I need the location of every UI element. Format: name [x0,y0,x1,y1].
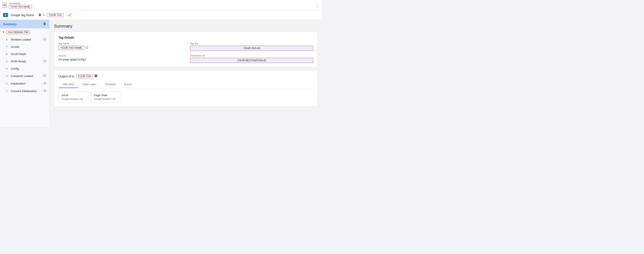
top-bar-left: ✕ Connected YOUR-TAG-NAME [2,2,32,8]
svg-rect-2 [70,13,71,16]
bar-chart-icon[interactable] [67,12,72,18]
svg-rect-0 [68,15,68,16]
sidebar-summary-item[interactable]: Summary [0,20,49,28]
main-layout: Summary ▼ Your-Website-Title 8 Window Lo… [0,20,322,127]
connected-group: Connected YOUR-TAG-NAME [9,2,32,8]
sidebar-event-list: 8 Window Loaded 7 Scrolls 6 Scroll Depth… [0,36,49,95]
svg-marker-4 [44,39,46,40]
top-bar: ✕ Connected YOUR-TAG-NAME ⋮ [0,0,322,10]
hit-card-page-view-title: Page View [94,94,118,97]
dom-ready-icon [43,60,46,63]
tag-name-value-box: YOUR-TAG-NAME [58,46,84,50]
tag-name-field: Tag Name YOUR-TAG-NAME [58,42,182,51]
sidebar-event-item[interactable]: 5 DOM Ready [0,58,49,65]
output-title-prefix: Output of G- [58,74,75,78]
sidebar-event-item[interactable]: 3 Container Loaded [0,72,49,80]
external-link-icon[interactable] [85,46,88,50]
tab-errors[interactable]: Errors [120,81,136,88]
sub-header-your-tag-badge: YOUR-TAG [47,13,64,17]
initialization-icon [43,82,46,86]
svg-marker-6 [44,60,46,62]
tab-consent[interactable]: Consent [101,81,120,88]
google-tag-found-label: Google tag found [10,13,34,17]
sidebar-event-item[interactable]: 8 Window Loaded [0,36,49,43]
sidebar-event-item[interactable]: 2 Initialization [0,80,49,87]
hits-grid: scroll Google Analytics Hit Page View Go… [58,91,313,103]
event-num-badge: 1 [3,13,8,17]
tag-name-label: Tag Name [58,42,182,45]
destination-id-value-box: YOUR-DESTINATION-ID [190,58,313,63]
consent-init-icon [43,89,46,93]
svg-marker-12 [44,90,46,92]
window-loaded-icon [43,38,46,42]
tab-data-layer[interactable]: Data Layer [78,81,101,88]
source-value: On-page gtag('config') [58,58,182,61]
svg-marker-8 [44,75,46,76]
website-title-badge: Your-Website-Title [6,30,30,34]
tag-details-grid: Tag Name YOUR-TAG-NAME Tag IDs [58,42,313,63]
sidebar-event-item[interactable]: 7 Scrolls [0,43,49,50]
svg-rect-1 [69,14,70,16]
sidebar-event-item[interactable]: 1 Consent Initialization [0,87,49,95]
sidebar-delete-icon[interactable] [43,22,46,26]
tag-ids-field: Tag IDs YOUR-TAG-ID [190,42,313,51]
tag-details-card: Tag Details Tag Name YOUR-TAG-NAME [54,32,318,67]
tag-id-value-box: YOUR-TAG-ID [190,46,313,51]
hit-card-page-view[interactable]: Page View Google Analytics Hit [91,91,121,103]
output-card: Output of G- YOUR-TAG Hits Sent Data Lay… [54,70,318,107]
tag-name-value-group: YOUR-TAG-NAME [58,46,182,50]
g-prefix: G- [43,13,46,16]
sidebar-arrow-icon: ▼ [2,30,5,34]
sub-header: 1 Google tag found G- YOUR-TAG [0,10,322,20]
hit-card-scroll[interactable]: scroll Google Analytics Hit [58,91,88,103]
sidebar-summary-label: Summary [3,22,17,26]
tab-hits-sent[interactable]: Hits Sent [58,81,78,88]
connected-label: Connected [9,2,32,4]
tag-ids-label: Tag IDs [190,42,313,45]
sidebar-website-row[interactable]: ▼ Your-Website-Title [0,28,49,36]
source-label: Source [58,54,182,57]
svg-marker-10 [44,83,46,84]
source-field: Source On-page gtag('config') [58,54,182,63]
destination-id-field: Destination ID YOUR-DESTINATION-ID [190,54,313,63]
tabs-row: Hits Sent Data Layer Consent Errors [58,81,313,88]
hit-card-page-view-sub: Google Analytics Hit [94,98,118,100]
close-button[interactable]: ✕ [2,2,7,8]
hit-card-scroll-sub: Google Analytics Hit [62,98,85,100]
tag-source-group: G- YOUR-TAG [38,13,64,17]
hit-card-scroll-title: scroll [62,94,85,97]
more-icon[interactable]: ⋮ [315,2,320,8]
page-title: Summary [54,24,318,29]
sidebar: Summary ▼ Your-Website-Title 8 Window Lo… [0,20,50,127]
app-container: ✕ Connected YOUR-TAG-NAME ⋮ 1 Google tag… [0,0,322,127]
sidebar-event-item[interactable]: 4 Config [0,65,49,72]
content-area: Summary Tag Details Tag Name YOUR-TAG-NA… [50,20,322,127]
lock-icon [38,13,42,17]
output-tag-badge: YOUR-TAG [76,74,93,78]
tag-details-card-title: Tag Details [58,36,313,39]
info-icon[interactable] [94,74,98,78]
sidebar-event-item[interactable]: 6 Scroll Depth [0,50,49,58]
output-header: Output of G- YOUR-TAG [58,74,313,78]
destination-id-label: Destination ID [190,54,313,57]
top-tag-name-badge: YOUR-TAG-NAME [9,5,32,8]
container-loaded-icon [43,74,46,78]
